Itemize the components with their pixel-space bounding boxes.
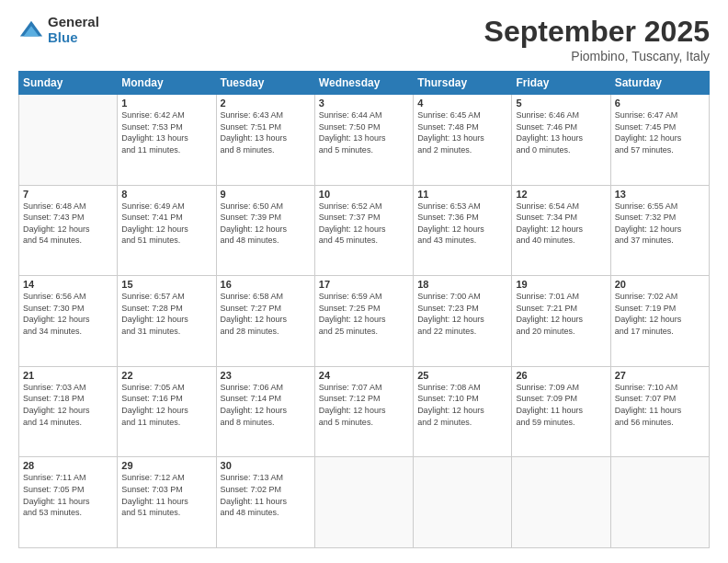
cell-w2-d1: 15Sunrise: 6:57 AM Sunset: 7:28 PM Dayli… — [118, 276, 216, 367]
day-info: Sunrise: 7:12 AM Sunset: 7:03 PM Dayligh… — [121, 472, 211, 518]
day-number: 6 — [615, 98, 705, 109]
day-number: 9 — [221, 189, 311, 200]
day-number: 2 — [221, 98, 311, 109]
day-info: Sunrise: 7:13 AM Sunset: 7:02 PM Dayligh… — [221, 472, 311, 518]
cell-w2-d6: 20Sunrise: 7:02 AM Sunset: 7:19 PM Dayli… — [610, 276, 709, 367]
day-info: Sunrise: 6:49 AM Sunset: 7:41 PM Dayligh… — [121, 201, 211, 247]
col-tuesday: Tuesday — [216, 72, 314, 95]
day-info: Sunrise: 6:56 AM Sunset: 7:30 PM Dayligh… — [23, 291, 113, 337]
cell-w0-d1: 1Sunrise: 6:42 AM Sunset: 7:53 PM Daylig… — [118, 95, 216, 186]
day-info: Sunrise: 7:06 AM Sunset: 7:14 PM Dayligh… — [221, 382, 311, 428]
title-month: September 2025 — [484, 15, 710, 49]
day-info: Sunrise: 6:50 AM Sunset: 7:39 PM Dayligh… — [221, 201, 311, 247]
day-info: Sunrise: 7:07 AM Sunset: 7:12 PM Dayligh… — [319, 382, 409, 428]
cell-w4-d6 — [610, 457, 709, 548]
day-info: Sunrise: 6:43 AM Sunset: 7:51 PM Dayligh… — [221, 109, 311, 155]
cell-w1-d4: 11Sunrise: 6:53 AM Sunset: 7:36 PM Dayli… — [414, 185, 512, 276]
day-number: 7 — [23, 189, 113, 200]
cell-w0-d3: 3Sunrise: 6:44 AM Sunset: 7:50 PM Daylig… — [314, 95, 413, 186]
day-number: 4 — [417, 98, 507, 109]
day-number: 14 — [23, 279, 113, 290]
day-info: Sunrise: 6:48 AM Sunset: 7:43 PM Dayligh… — [23, 201, 113, 247]
cell-w1-d6: 13Sunrise: 6:55 AM Sunset: 7:32 PM Dayli… — [610, 185, 709, 276]
day-info: Sunrise: 6:45 AM Sunset: 7:48 PM Dayligh… — [417, 109, 507, 155]
logo-blue-text: Blue — [48, 30, 99, 46]
logo: General Blue — [18, 15, 99, 45]
day-info: Sunrise: 6:53 AM Sunset: 7:36 PM Dayligh… — [417, 201, 507, 247]
day-info: Sunrise: 6:44 AM Sunset: 7:50 PM Dayligh… — [319, 109, 409, 155]
day-number: 19 — [516, 279, 606, 290]
col-monday: Monday — [118, 72, 216, 95]
day-number: 3 — [319, 98, 409, 109]
cell-w2-d5: 19Sunrise: 7:01 AM Sunset: 7:21 PM Dayli… — [512, 276, 610, 367]
day-number: 21 — [23, 370, 113, 381]
day-info: Sunrise: 6:58 AM Sunset: 7:27 PM Dayligh… — [221, 291, 311, 337]
header-row: Sunday Monday Tuesday Wednesday Thursday… — [19, 72, 710, 95]
cell-w3-d1: 22Sunrise: 7:05 AM Sunset: 7:16 PM Dayli… — [118, 366, 216, 457]
day-info: Sunrise: 7:02 AM Sunset: 7:19 PM Dayligh… — [615, 291, 705, 337]
day-number: 10 — [319, 189, 409, 200]
day-info: Sunrise: 7:01 AM Sunset: 7:21 PM Dayligh… — [516, 291, 606, 337]
logo-icon — [18, 17, 44, 43]
day-info: Sunrise: 7:08 AM Sunset: 7:10 PM Dayligh… — [417, 382, 507, 428]
cell-w0-d0 — [19, 95, 118, 186]
cell-w0-d6: 6Sunrise: 6:47 AM Sunset: 7:45 PM Daylig… — [610, 95, 709, 186]
cell-w3-d2: 23Sunrise: 7:06 AM Sunset: 7:14 PM Dayli… — [216, 366, 314, 457]
cell-w3-d3: 24Sunrise: 7:07 AM Sunset: 7:12 PM Dayli… — [314, 366, 413, 457]
cell-w4-d1: 29Sunrise: 7:12 AM Sunset: 7:03 PM Dayli… — [118, 457, 216, 548]
day-number: 11 — [417, 189, 507, 200]
cell-w1-d3: 10Sunrise: 6:52 AM Sunset: 7:37 PM Dayli… — [314, 185, 413, 276]
day-info: Sunrise: 7:11 AM Sunset: 7:05 PM Dayligh… — [23, 472, 113, 518]
cell-w2-d4: 18Sunrise: 7:00 AM Sunset: 7:23 PM Dayli… — [414, 276, 512, 367]
day-info: Sunrise: 6:55 AM Sunset: 7:32 PM Dayligh… — [615, 201, 705, 247]
cell-w4-d4 — [414, 457, 512, 548]
day-number: 13 — [615, 189, 705, 200]
cell-w4-d3 — [314, 457, 413, 548]
day-info: Sunrise: 7:09 AM Sunset: 7:09 PM Dayligh… — [516, 382, 606, 428]
logo-general-text: General — [48, 15, 99, 30]
day-number: 8 — [121, 189, 211, 200]
day-info: Sunrise: 7:00 AM Sunset: 7:23 PM Dayligh… — [417, 291, 507, 337]
week-row-5: 28Sunrise: 7:11 AM Sunset: 7:05 PM Dayli… — [19, 457, 710, 548]
day-number: 20 — [615, 279, 705, 290]
week-row-1: 1Sunrise: 6:42 AM Sunset: 7:53 PM Daylig… — [19, 95, 710, 186]
day-number: 1 — [121, 98, 211, 109]
day-info: Sunrise: 6:57 AM Sunset: 7:28 PM Dayligh… — [121, 291, 211, 337]
day-info: Sunrise: 6:54 AM Sunset: 7:34 PM Dayligh… — [516, 201, 606, 247]
col-wednesday: Wednesday — [314, 72, 413, 95]
cell-w1-d5: 12Sunrise: 6:54 AM Sunset: 7:34 PM Dayli… — [512, 185, 610, 276]
day-number: 5 — [516, 98, 606, 109]
col-sunday: Sunday — [19, 72, 118, 95]
page: General Blue September 2025 Piombino, Tu… — [0, 0, 728, 563]
cell-w4-d2: 30Sunrise: 7:13 AM Sunset: 7:02 PM Dayli… — [216, 457, 314, 548]
day-number: 25 — [417, 370, 507, 381]
day-number: 26 — [516, 370, 606, 381]
day-info: Sunrise: 6:46 AM Sunset: 7:46 PM Dayligh… — [516, 109, 606, 155]
cell-w3-d6: 27Sunrise: 7:10 AM Sunset: 7:07 PM Dayli… — [610, 366, 709, 457]
week-row-3: 14Sunrise: 6:56 AM Sunset: 7:30 PM Dayli… — [19, 276, 710, 367]
cell-w1-d2: 9Sunrise: 6:50 AM Sunset: 7:39 PM Daylig… — [216, 185, 314, 276]
day-info: Sunrise: 7:05 AM Sunset: 7:16 PM Dayligh… — [121, 382, 211, 428]
cell-w0-d4: 4Sunrise: 6:45 AM Sunset: 7:48 PM Daylig… — [414, 95, 512, 186]
day-number: 12 — [516, 189, 606, 200]
day-number: 29 — [121, 460, 211, 471]
day-info: Sunrise: 6:59 AM Sunset: 7:25 PM Dayligh… — [319, 291, 409, 337]
col-saturday: Saturday — [610, 72, 709, 95]
day-number: 28 — [23, 460, 113, 471]
cell-w2-d3: 17Sunrise: 6:59 AM Sunset: 7:25 PM Dayli… — [314, 276, 413, 367]
cell-w1-d1: 8Sunrise: 6:49 AM Sunset: 7:41 PM Daylig… — [118, 185, 216, 276]
cell-w4-d5 — [512, 457, 610, 548]
day-number: 22 — [121, 370, 211, 381]
title-location: Piombino, Tuscany, Italy — [484, 49, 710, 63]
cell-w3-d5: 26Sunrise: 7:09 AM Sunset: 7:09 PM Dayli… — [512, 366, 610, 457]
col-thursday: Thursday — [414, 72, 512, 95]
calendar-table: Sunday Monday Tuesday Wednesday Thursday… — [18, 71, 710, 548]
day-number: 17 — [319, 279, 409, 290]
day-number: 16 — [221, 279, 311, 290]
cell-w0-d5: 5Sunrise: 6:46 AM Sunset: 7:46 PM Daylig… — [512, 95, 610, 186]
cell-w2-d0: 14Sunrise: 6:56 AM Sunset: 7:30 PM Dayli… — [19, 276, 118, 367]
day-number: 27 — [615, 370, 705, 381]
day-info: Sunrise: 6:42 AM Sunset: 7:53 PM Dayligh… — [121, 109, 211, 155]
day-info: Sunrise: 6:52 AM Sunset: 7:37 PM Dayligh… — [319, 201, 409, 247]
col-friday: Friday — [512, 72, 610, 95]
